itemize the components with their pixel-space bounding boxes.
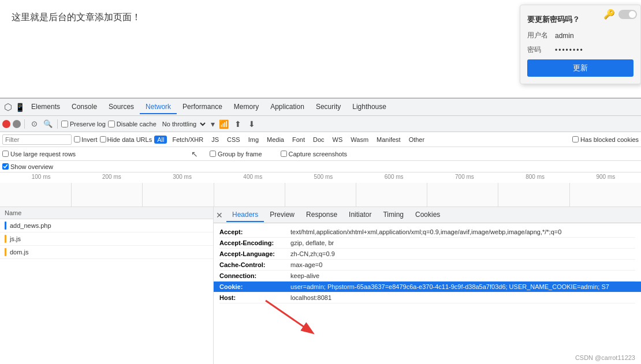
header-accept-language-value: zh-CN,zh;q=0.9	[289, 250, 335, 257]
detail-tab-timing[interactable]: Timing	[377, 208, 409, 222]
invert-checkbox-label[interactable]: Invert	[74, 136, 98, 143]
has-blocked-cookies-text: Has blocked cookies	[580, 136, 639, 143]
toolbar-sep-2	[57, 119, 58, 129]
disable-cache-checkbox-label[interactable]: Disable cache	[108, 121, 156, 127]
timeline-vline-2	[142, 183, 143, 207]
tab-performance[interactable]: Performance	[177, 100, 228, 114]
preserve-log-checkbox-label[interactable]: Preserve log	[61, 121, 106, 127]
show-overview-checkbox[interactable]	[2, 163, 9, 170]
dialog-username-label: 用户名	[527, 31, 550, 40]
tab-elements[interactable]: Elements	[25, 100, 66, 114]
header-cookie: Cookie: user=admin; Phpstorm-65aa3637=e8…	[214, 282, 641, 292]
tab-sources[interactable]: Sources	[103, 100, 140, 114]
detail-tab-preview[interactable]: Preview	[264, 208, 300, 222]
preserve-log-checkbox[interactable]	[61, 121, 68, 127]
timeline-500ms: 500 ms	[288, 174, 359, 180]
group-by-frame-checkbox[interactable]	[210, 151, 216, 157]
filter-type-js[interactable]: JS	[208, 136, 222, 144]
devtools-main-content: Name add_news.php js.js dom.js ✕ Headers…	[0, 207, 641, 364]
header-host-name: Host:	[219, 294, 289, 301]
detail-tab-cookies[interactable]: Cookies	[409, 208, 446, 222]
capture-screenshots-checkbox-label[interactable]: Capture screenshots	[281, 151, 348, 157]
header-accept-encoding-value: gzip, deflate, br	[289, 239, 334, 246]
devtools-panel: ⬡ 📱 Elements Console Sources Network Per…	[0, 98, 641, 364]
dialog-username-row: 用户名 admin	[527, 31, 633, 40]
filter-type-other[interactable]: Other	[406, 136, 428, 144]
timeline-300ms: 300 ms	[147, 174, 217, 180]
timeline-900ms: 900 ms	[571, 174, 641, 180]
disable-cache-checkbox[interactable]	[108, 121, 115, 127]
header-connection: Connection: keep-alive	[219, 271, 635, 282]
filter-type-wasm[interactable]: Wasm	[348, 136, 371, 144]
hide-data-urls-checkbox[interactable]	[100, 136, 106, 142]
tab-network[interactable]: Network	[140, 100, 177, 114]
throttle-select[interactable]: No throttling Slow 3G Fast 3G	[159, 120, 207, 128]
file-list-item-dom[interactable]: dom.js	[0, 246, 213, 259]
filter-type-media[interactable]: Media	[264, 136, 287, 144]
dialog-update-button[interactable]: 更新	[527, 59, 633, 77]
filter-type-css[interactable]: CSS	[224, 136, 243, 144]
tab-application[interactable]: Application	[264, 100, 310, 114]
dialog-toggle[interactable]	[618, 10, 637, 19]
toolbar-sep-1	[24, 119, 25, 129]
detail-close-button[interactable]: ✕	[216, 211, 223, 220]
filter-type-all[interactable]: All	[154, 136, 167, 144]
header-host-value: localhost:8081	[289, 294, 331, 301]
filter-right-options: Has blocked cookies	[572, 136, 639, 143]
cursor-icon: ↖	[189, 148, 200, 160]
invert-checkbox[interactable]	[74, 136, 80, 142]
filter-type-font[interactable]: Font	[289, 136, 308, 144]
record-button[interactable]	[2, 120, 10, 128]
capture-screenshots-checkbox[interactable]	[281, 151, 287, 157]
file-list-item-js[interactable]: js.js	[0, 232, 213, 246]
device-icon[interactable]: 📱	[14, 102, 25, 113]
filter-type-img[interactable]: Img	[245, 136, 262, 144]
detail-tab-initiator[interactable]: Initiator	[343, 208, 377, 222]
file-list-item-add-news[interactable]: add_news.php	[0, 219, 213, 232]
timeline-vline-6	[427, 183, 427, 207]
filter-icon[interactable]: ⊙	[28, 118, 40, 130]
hide-data-urls-checkbox-label[interactable]: Hide data URLs	[100, 136, 152, 143]
network-filter-row: Invert Hide data URLs All Fetch/XHR JS C…	[0, 132, 641, 147]
header-connection-name: Connection:	[219, 272, 289, 279]
network-toolbar: ⊙ 🔍 Preserve log Disable cache No thrott…	[0, 116, 641, 132]
large-rows-checkbox-label[interactable]: Use large request rows	[2, 151, 76, 157]
filter-type-doc[interactable]: Doc	[310, 136, 327, 144]
has-blocked-cookies-label[interactable]: Has blocked cookies	[572, 136, 639, 143]
filter-type-ws[interactable]: WS	[330, 136, 346, 144]
detail-tabs-row: ✕ Headers Preview Response Initiator Tim…	[214, 207, 641, 223]
detail-tab-headers[interactable]: Headers	[226, 208, 264, 222]
inspect-icon[interactable]: ⬡	[2, 102, 14, 113]
filter-type-fetch[interactable]: Fetch/XHR	[169, 136, 206, 144]
preserve-log-label: Preserve log	[70, 121, 106, 127]
header-accept-encoding: Accept-Encoding: gzip, deflate, br	[219, 238, 635, 249]
detail-tab-response[interactable]: Response	[300, 208, 343, 222]
wifi-icon[interactable]: 📶	[218, 118, 230, 130]
stop-button[interactable]	[13, 120, 21, 128]
upload-icon[interactable]: ⬆	[232, 118, 244, 130]
file-list-name-col: Name	[5, 209, 21, 216]
header-accept-language-name: Accept-Language:	[219, 250, 289, 257]
invert-label: Invert	[81, 136, 98, 143]
tab-lighthouse[interactable]: Lighthouse	[346, 100, 392, 114]
tab-security[interactable]: Security	[310, 100, 346, 114]
throttle-dropdown-icon[interactable]: ▾	[210, 119, 216, 129]
timeline-700ms: 700 ms	[429, 174, 500, 180]
search-icon[interactable]: 🔍	[42, 118, 54, 130]
large-rows-checkbox[interactable]	[2, 151, 9, 157]
filter-type-manifest[interactable]: Manifest	[374, 136, 404, 144]
group-by-frame-checkbox-label[interactable]: Group by frame	[210, 151, 262, 157]
timeline-bar-area	[0, 183, 641, 207]
show-overview-checkbox-label[interactable]: Show overview	[2, 163, 53, 170]
tab-memory[interactable]: Memory	[228, 100, 264, 114]
tab-console[interactable]: Console	[66, 100, 103, 114]
header-cookie-value: user=admin; Phpstorm-65aa3637=e8479c6a-e…	[289, 283, 609, 290]
download-icon[interactable]: ⬇	[246, 118, 258, 130]
has-blocked-cookies-checkbox[interactable]	[572, 136, 579, 142]
file-color-bar-2	[5, 235, 6, 243]
file-name-dom: dom.js	[10, 249, 28, 256]
header-host: Host: localhost:8081	[219, 292, 635, 303]
file-color-bar-3	[5, 248, 6, 256]
network-options-row: Use large request rows ↖ Group by frame …	[0, 147, 641, 161]
filter-input[interactable]	[2, 134, 72, 145]
